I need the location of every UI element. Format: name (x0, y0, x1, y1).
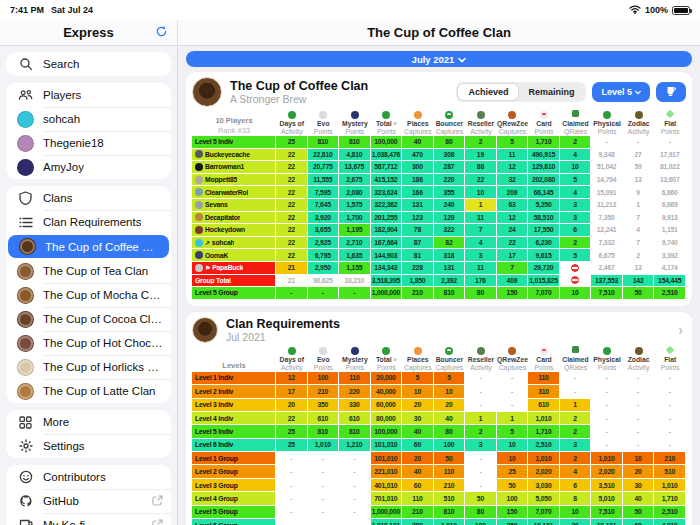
column-header-card-points[interactable]: CardPoints (528, 110, 560, 136)
stat-cell: 13 (623, 174, 655, 187)
stat-cell: 22 (497, 237, 529, 250)
column-header-claimed-qrates[interactable]: ClaimedQRates (560, 346, 592, 372)
column-header-physical-points[interactable]: PhysicalPoints (591, 110, 623, 136)
sidebar-item-the-cup-of-tea-clan[interactable]: The Cup of Tea Clan (6, 259, 171, 283)
sidebar-item-search[interactable]: Search (6, 52, 171, 76)
sidebar-item-the-cup-of-cocoa-clan[interactable]: The Cup of Cocoa Clan (6, 307, 171, 331)
stat-cell: 144,903 (371, 249, 403, 262)
requirement-cell: 50 (465, 492, 497, 505)
requirement-cell: - (623, 399, 655, 412)
requirement-cell: 210 (654, 452, 686, 465)
trophy-button[interactable] (656, 82, 686, 102)
requirement-cell: - (654, 372, 686, 385)
sidebar-item-the-cup-of-latte-clan[interactable]: The Cup of Latte Clan (6, 379, 171, 403)
sidebar-item-thegenie18[interactable]: Thegenie18 (6, 131, 171, 155)
sidebar-item-contributors[interactable]: Contributors (6, 465, 171, 489)
stat-cell (560, 262, 592, 275)
column-header-places-captures[interactable]: PlacesCaptures (402, 110, 434, 136)
column-header-flat-points[interactable]: FlatPoints (654, 346, 686, 372)
player-name[interactable]: Moppett85 (192, 174, 276, 187)
sidebar-item-the-cup-of-horlicks-clan[interactable]: The Cup of Horlicks Clan (6, 355, 171, 379)
column-header-qrewzee-captures[interactable]: QRewZeeCaptures (497, 346, 529, 372)
sidebar-item-sohcah[interactable]: sohcah (6, 107, 171, 131)
stat-cell: 10 (560, 287, 592, 300)
column-header-total-points[interactable]: Total ˅Points (371, 110, 403, 136)
column-header-mystery-points[interactable]: MysteryPoints (339, 346, 371, 372)
requirement-cell: 100,000 (371, 425, 403, 438)
requirement-cell: 12 (276, 372, 308, 385)
column-header-evo-points[interactable]: EvoPoints (308, 110, 340, 136)
segment-remaining[interactable]: Remaining (518, 84, 584, 100)
player-name[interactable]: Buckeyecache (192, 149, 276, 162)
requirement-cell: 20 (402, 452, 434, 465)
column-header-claimed-qrates[interactable]: ClaimedQRates (560, 110, 592, 136)
clan-avatar (17, 335, 34, 352)
column-header-places-captures[interactable]: PlacesCaptures (402, 346, 434, 372)
column-header-mystery-points[interactable]: MysteryPoints (339, 110, 371, 136)
segment-achieved[interactable]: Achieved (458, 84, 518, 100)
level-select-button[interactable]: Level 5 (592, 82, 650, 102)
requirement-cell: 60 (402, 439, 434, 452)
sidebar-item-players[interactable]: Players (6, 83, 171, 107)
player-name[interactable]: ClearwaterRol (192, 186, 276, 199)
column-header-flat-points[interactable]: FlatPoints (654, 110, 686, 136)
zodiac-pin-icon (635, 347, 643, 355)
column-header-days-of-activity[interactable]: Days ofActivity (276, 110, 308, 136)
stat-cell: 7 (465, 224, 497, 237)
stat-cell: 202,080 (528, 174, 560, 187)
player-name[interactable]: Barrowman1 (192, 161, 276, 174)
sidebar-item-label: Contributors (43, 471, 106, 483)
stat-cell: 2,510 (654, 287, 686, 300)
requirement-cell: - (497, 399, 529, 412)
column-header-reseller-activity[interactable]: ResellerActivity (465, 110, 497, 136)
player-name[interactable]: Sevans (192, 199, 276, 212)
column-header-physical-points[interactable]: PhysicalPoints (591, 346, 623, 372)
sidebar-item-settings[interactable]: Settings (6, 434, 171, 458)
requirement-cell: - (276, 506, 308, 519)
requirement-cell: 50 (497, 479, 529, 492)
player-name[interactable]: ↗sohcah (192, 237, 276, 250)
sidebar-item-clans[interactable]: Clans (6, 186, 171, 210)
player-badge-icon: ↗ (205, 239, 210, 246)
requirement-cell: - (591, 385, 623, 398)
column-header-zodiac-activity[interactable]: ZodiacActivity (623, 346, 655, 372)
sidebar-item-the-cup-of-hot-chocolate-cl[interactable]: The Cup of Hot Chocolate Cl... (6, 331, 171, 355)
player-name[interactable]: Decapitator (192, 212, 276, 225)
sidebar-item-clan-requirements[interactable]: Clan Requirements (6, 210, 171, 234)
stat-cell: 142 (623, 275, 655, 288)
stat-cell: 322,362 (371, 199, 403, 212)
column-header-total-points[interactable]: Total ˅Points (371, 346, 403, 372)
stat-cell: 82 (434, 237, 466, 250)
column-header-zodiac-activity[interactable]: ZodiacActivity (623, 110, 655, 136)
player-name[interactable]: OomaK (192, 249, 276, 262)
column-header-card-points[interactable]: CardPoints (528, 346, 560, 372)
column-header-bouncer-captures[interactable]: BouncerCaptures (434, 346, 466, 372)
sidebar-item-label: More (43, 416, 69, 428)
refresh-icon[interactable] (155, 25, 168, 41)
month-selector[interactable]: July 2021 (186, 51, 692, 67)
requirement-cell: - (497, 372, 529, 385)
column-header-reseller-activity[interactable]: ResellerActivity (465, 346, 497, 372)
player-name[interactable]: Hockeydown (192, 224, 276, 237)
sidebar-item-the-cup-of-mocha-clan[interactable]: The Cup of Mocha Clan (6, 283, 171, 307)
mystery-pin-icon (351, 347, 359, 355)
chevron-right-icon[interactable]: › (678, 322, 686, 338)
sidebar-item-more[interactable]: More (6, 410, 171, 434)
avatar (195, 176, 203, 184)
sidebar-item-github[interactable]: GitHub (6, 489, 171, 513)
stat-cell: 1,000,000 (371, 287, 403, 300)
column-header-bouncer-captures[interactable]: BouncerCaptures (434, 110, 466, 136)
sidebar-item-label: Clans (43, 192, 72, 204)
column-header-days-of-activity[interactable]: Days ofActivity (276, 346, 308, 372)
player-name[interactable]: ⚑PapaBuck (192, 262, 276, 275)
stat-cell: 5 (560, 249, 592, 262)
stat-cell: 1,151 (654, 224, 686, 237)
requirements-header-row: LevelsDays ofActivityEvoPointsMysteryPoi… (192, 346, 686, 372)
column-header-evo-points[interactable]: EvoPoints (308, 346, 340, 372)
requirement-cell: - (654, 412, 686, 425)
sidebar-item-the-cup-of-coffee-clan[interactable]: The Cup of Coffee Clan (8, 235, 169, 258)
reseller-pin-icon (477, 347, 485, 355)
column-header-qrewzee-captures[interactable]: QRewZeeCaptures (497, 110, 529, 136)
sidebar-item-my-ko-fi[interactable]: My Ko-fi (6, 513, 171, 525)
sidebar-item-amyjoy[interactable]: AmyJoy (6, 155, 171, 179)
